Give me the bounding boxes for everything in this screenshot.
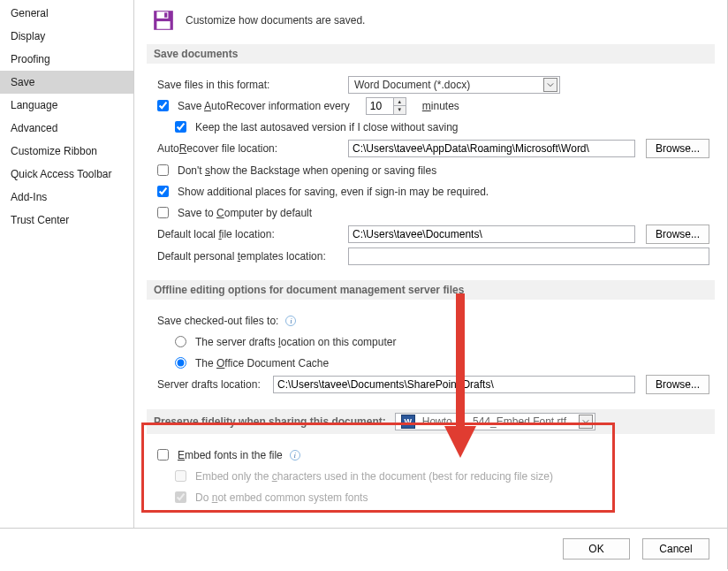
templates-location-input[interactable] — [348, 247, 709, 265]
autorecover-location-label: AutoRecover file location: — [157, 142, 343, 155]
embed-only-characters-checkbox — [175, 470, 186, 482]
dialog-footer: OK Cancel — [0, 529, 728, 569]
chevron-down-icon — [543, 78, 557, 92]
info-icon[interactable]: i — [290, 450, 300, 461]
show-additional-places-label: Show additional places for saving, even … — [178, 186, 489, 198]
content-panel: Customize how documents are saved. Save … — [134, 0, 727, 528]
sidebar-item-general[interactable]: General — [0, 2, 133, 25]
word-document-icon: W — [401, 415, 415, 429]
autorecover-browse-button[interactable]: Browse... — [646, 139, 709, 158]
info-icon[interactable]: i — [285, 316, 296, 326]
sidebar-item-advanced[interactable]: Advanced — [0, 117, 133, 140]
cancel-button[interactable]: Cancel — [642, 538, 709, 560]
sidebar-item-proofing[interactable]: Proofing — [0, 48, 133, 71]
section-title-save-documents: Save documents — [147, 44, 715, 64]
default-local-location-label: Default local file location: — [157, 228, 343, 240]
autorecover-location-input[interactable] — [348, 140, 635, 157]
server-drafts-location-label: The server drafts location on this compu… — [195, 336, 396, 348]
default-local-location-input[interactable] — [348, 225, 635, 243]
dont-show-backstage-checkbox[interactable] — [157, 164, 169, 176]
save-checked-out-label: Save checked-out files to: — [157, 315, 278, 327]
ok-button[interactable]: OK — [563, 538, 630, 560]
sidebar-item-save[interactable]: Save — [0, 71, 133, 94]
default-local-browse-button[interactable]: Browse... — [646, 225, 709, 244]
save-icon — [152, 9, 175, 32]
svg-rect-2 — [164, 12, 167, 17]
embed-fonts-label: Embed fonts in the file — [178, 449, 283, 461]
autorecover-checkbox[interactable] — [157, 100, 169, 111]
embed-only-characters-label: Embed only the characters used in the do… — [195, 470, 553, 483]
save-to-computer-label: Save to Computer by default — [178, 207, 312, 219]
sidebar-item-display[interactable]: Display — [0, 25, 133, 48]
show-additional-places-checkbox[interactable] — [157, 186, 169, 197]
preserve-document-combo[interactable]: W Howto 544_Embed Font.rtf — [395, 413, 595, 430]
header-description: Customize how documents are saved. — [186, 14, 365, 27]
sidebar: General Display Proofing Save Language A… — [0, 0, 134, 528]
minutes-label: minutes — [422, 100, 459, 112]
office-document-cache-radio[interactable] — [175, 357, 186, 369]
autorecover-label: Save AutoRecover information every — [178, 100, 350, 112]
sidebar-item-addins[interactable]: Add-Ins — [0, 186, 133, 209]
svg-rect-3 — [156, 21, 170, 29]
server-drafts-browse-button[interactable]: Browse... — [646, 375, 709, 394]
save-format-combo[interactable]: Word Document (*.docx) — [348, 76, 560, 94]
keep-last-autosaved-checkbox[interactable] — [175, 121, 186, 133]
sidebar-item-trust-center[interactable]: Trust Center — [0, 209, 133, 232]
save-format-label: Save files in this format: — [157, 79, 343, 91]
sidebar-item-language[interactable]: Language — [0, 94, 133, 117]
section-title-preserve: Preserve fidelity when sharing this docu… — [147, 409, 715, 434]
keep-last-autosaved-label: Keep the last autosaved version if I clo… — [195, 121, 459, 133]
embed-fonts-checkbox[interactable] — [157, 449, 169, 461]
chevron-down-icon — [579, 415, 593, 429]
sidebar-item-quick-access[interactable]: Quick Access Toolbar — [0, 163, 133, 186]
do-not-embed-common-fonts-checkbox — [175, 491, 186, 503]
do-not-embed-common-fonts-label: Do not embed common system fonts — [195, 491, 368, 504]
section-title-offline: Offline editing options for document man… — [147, 280, 715, 300]
templates-location-label: Default personal templates location: — [157, 250, 343, 263]
office-document-cache-label: The Office Document Cache — [195, 357, 329, 369]
server-drafts-location-field-label: Server drafts location: — [157, 378, 268, 391]
dont-show-backstage-label: Don't show the Backstage when opening or… — [178, 164, 436, 177]
server-drafts-location-radio[interactable] — [175, 336, 186, 347]
server-drafts-location-input[interactable] — [273, 376, 635, 393]
autorecover-minutes-spinner[interactable]: ▲▼ — [366, 97, 406, 115]
sidebar-item-customize-ribbon[interactable]: Customize Ribbon — [0, 140, 133, 163]
save-to-computer-checkbox[interactable] — [157, 207, 169, 218]
